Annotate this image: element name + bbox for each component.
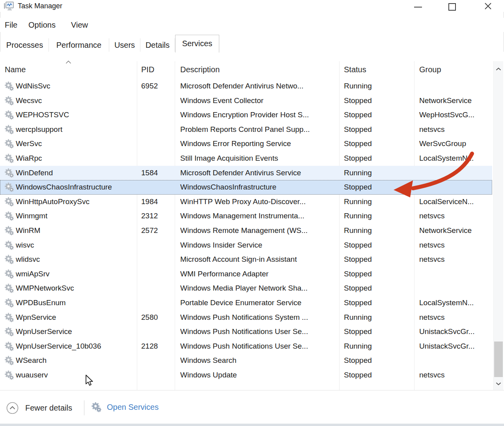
tab-bar: Processes Performance Users Details Serv…	[0, 35, 504, 52]
service-pid	[137, 94, 175, 108]
service-description: Windows Error Reporting Service	[175, 137, 339, 151]
service-gear-icon	[4, 182, 14, 192]
tab-services[interactable]: Services	[175, 35, 219, 53]
table-row[interactable]: wmiApSrv WMI Performance Adapter Stopped	[0, 267, 492, 281]
footer-bar: Fewer details Open Services	[0, 390, 504, 424]
table-row[interactable]: WiaRpc Still Image Acquisition Events St…	[0, 151, 492, 166]
table-row[interactable]: WpnUserService_10b036 2128 Windows Push …	[0, 339, 492, 354]
service-name: Wecsvc	[16, 96, 42, 105]
table-row[interactable]: WEPHOSTSVC Windows Encryption Provider H…	[0, 108, 492, 122]
service-pid: 1584	[137, 166, 175, 180]
service-name: wmiApSrv	[16, 270, 50, 278]
table-row[interactable]: WerSvc Windows Error Reporting Service S…	[0, 137, 492, 151]
column-header-status[interactable]: Status	[339, 60, 414, 79]
service-name: wuauserv	[16, 371, 48, 379]
service-status: Running	[339, 195, 414, 209]
service-description: WindowsChaosInfrastructure	[175, 180, 339, 195]
sort-ascending-icon	[65, 58, 71, 66]
service-status: Stopped	[339, 108, 414, 122]
service-name: Winmgmt	[16, 212, 47, 220]
service-status: Stopped	[339, 325, 414, 339]
tab-details[interactable]: Details	[140, 38, 175, 52]
tab-processes[interactable]: Processes	[1, 38, 49, 52]
tab-users[interactable]: Users	[109, 38, 140, 52]
service-pid	[137, 137, 175, 151]
open-services-link[interactable]: Open Services	[91, 402, 159, 413]
column-header-pid[interactable]: PID	[137, 60, 175, 79]
table-row[interactable]: WPDBusEnum Portable Device Enumerator Se…	[0, 296, 492, 310]
table-row[interactable]: wlidsvc Microsoft Account Sign-in Assist…	[0, 252, 492, 267]
table-row[interactable]: WdNisSvc 6952 Microsoft Defender Antivir…	[0, 79, 492, 94]
service-name: WpnUserService_10b036	[16, 342, 101, 350]
table-row[interactable]: Wecsvc Windows Event Collector Stopped N…	[0, 94, 492, 108]
vertical-scrollbar[interactable]	[493, 61, 503, 390]
table-row[interactable]: WpnUserService Windows Push Notification…	[0, 325, 492, 339]
service-group: netsvcs	[414, 238, 492, 253]
service-name: WEPHOSTSVC	[16, 111, 69, 119]
table-row[interactable]: WinRM 2572 Windows Remote Management (WS…	[0, 223, 492, 238]
service-gear-icon	[4, 255, 14, 265]
service-status: Stopped	[339, 368, 414, 383]
table-row[interactable]: wuauserv Windows Update Stopped netsvcs	[0, 368, 492, 383]
service-group: NetworkService	[414, 223, 492, 238]
service-pid	[137, 180, 175, 195]
menu-options[interactable]: Options	[28, 18, 56, 32]
service-description: WMI Performance Adapter	[175, 267, 339, 281]
table-row[interactable]: WinDefend 1584 Microsoft Defender Antivi…	[0, 166, 492, 180]
service-status: Running	[339, 166, 414, 180]
service-name: WpnUserService	[16, 327, 72, 336]
minimize-button[interactable]	[407, 0, 429, 12]
service-description: Still Image Acquisition Events	[175, 151, 339, 166]
service-gear-icon	[4, 110, 14, 120]
service-group	[414, 79, 492, 94]
tab-performance[interactable]: Performance	[49, 38, 109, 52]
service-gear-icon	[4, 269, 14, 279]
service-description: Windows Update	[175, 368, 339, 383]
service-description: Windows Management Instrumenta...	[175, 209, 339, 223]
service-pid	[137, 238, 175, 253]
service-status: Stopped	[339, 122, 414, 137]
service-pid	[137, 353, 175, 368]
service-description: Windows Encryption Provider Host S...	[175, 108, 339, 122]
service-group: UnistackSvcGr...	[414, 325, 492, 339]
service-rows: WdNisSvc 6952 Microsoft Defender Antivir…	[0, 79, 492, 382]
service-group: UnistackSvcGr...	[414, 339, 492, 354]
service-gear-icon	[4, 197, 14, 207]
menu-view[interactable]: View	[71, 18, 88, 32]
scroll-down-icon[interactable]	[496, 380, 501, 387]
menu-file[interactable]: File	[5, 18, 17, 32]
services-list: Name PID Description Status Group WdNisS…	[0, 52, 504, 390]
column-header-description[interactable]: Description	[175, 60, 339, 79]
service-name: wlidsvc	[16, 255, 40, 263]
table-row[interactable]: wisvc Windows Insider Service Stopped ne…	[0, 238, 492, 253]
service-status: Stopped	[339, 267, 414, 281]
scrollbar-thumb[interactable]	[494, 342, 503, 377]
service-pid: 2580	[137, 310, 175, 325]
close-icon	[484, 2, 492, 10]
service-pid: 6952	[137, 79, 175, 94]
services-gear-icon	[91, 402, 102, 413]
maximize-button[interactable]	[441, 0, 463, 12]
fewer-details-button[interactable]: Fewer details	[6, 402, 72, 414]
table-row[interactable]: wercplsupport Problem Reports Control Pa…	[0, 122, 492, 137]
service-group: netsvcs	[414, 209, 492, 223]
table-row[interactable]: WMPNetworkSvc Windows Media Player Netwo…	[0, 281, 492, 296]
service-status: Stopped	[339, 137, 414, 151]
service-status: Stopped	[339, 238, 414, 253]
window-title: Task Manager	[18, 0, 62, 12]
close-button[interactable]	[476, 0, 500, 12]
service-group: LocalServiceN...	[414, 195, 492, 209]
table-row[interactable]: Winmgmt 2312 Windows Management Instrume…	[0, 209, 492, 223]
service-description: Windows Push Notifications System ...	[175, 310, 339, 325]
table-row[interactable]: WpnService 2580 Windows Push Notificatio…	[0, 310, 492, 325]
table-row[interactable]: WSearch Windows Search Stopped	[0, 353, 492, 368]
service-pid	[137, 151, 175, 166]
task-manager-app-icon	[4, 1, 14, 11]
table-row[interactable]: WinHttpAutoProxySvc 1984 WinHTTP Web Pro…	[0, 195, 492, 209]
scroll-up-icon[interactable]	[496, 65, 501, 72]
service-group: LocalSystemN...	[414, 151, 492, 166]
table-row[interactable]: WindowsChaosInfrastructure WindowsChaosI…	[0, 180, 492, 195]
service-name: WinDefend	[16, 169, 53, 177]
service-status: Stopped	[339, 180, 414, 195]
column-header-group[interactable]: Group	[414, 60, 492, 79]
